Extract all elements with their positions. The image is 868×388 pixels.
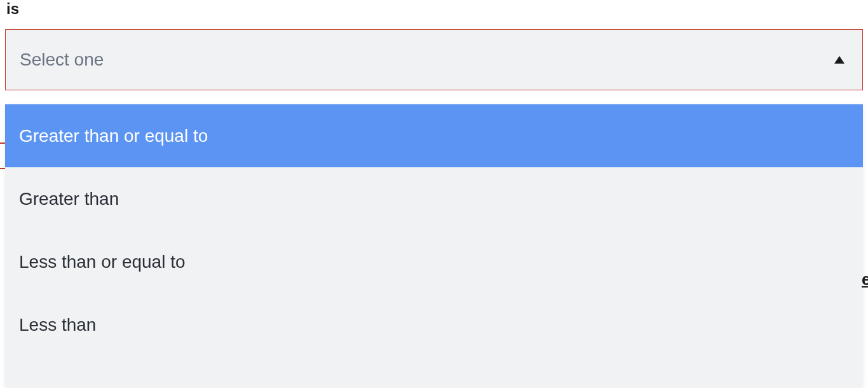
option-greater-than-or-equal[interactable]: Greater than or equal to [5,104,863,167]
option-label: Less than [19,315,96,335]
cutoff-border-fragment [0,168,5,169]
option-less-than[interactable]: Less than [5,293,863,356]
option-label: Less than or equal to [19,252,186,272]
chevron-up-icon [834,56,844,64]
option-greater-than[interactable]: Greater than [5,167,863,230]
cutoff-border-fragment [0,142,5,144]
option-cutoff[interactable] [5,356,863,387]
dropdown-panel: Greater than or equal to Greater than Le… [5,104,863,387]
option-label: Greater than [19,189,119,209]
select-trigger[interactable]: Select one [5,29,863,90]
field-label: is [5,0,863,18]
option-label: Greater than or equal to [19,126,208,146]
select-placeholder: Select one [20,50,104,70]
option-less-than-or-equal[interactable]: Less than or equal to [5,230,863,293]
cutoff-text-fragment: e [862,270,868,289]
